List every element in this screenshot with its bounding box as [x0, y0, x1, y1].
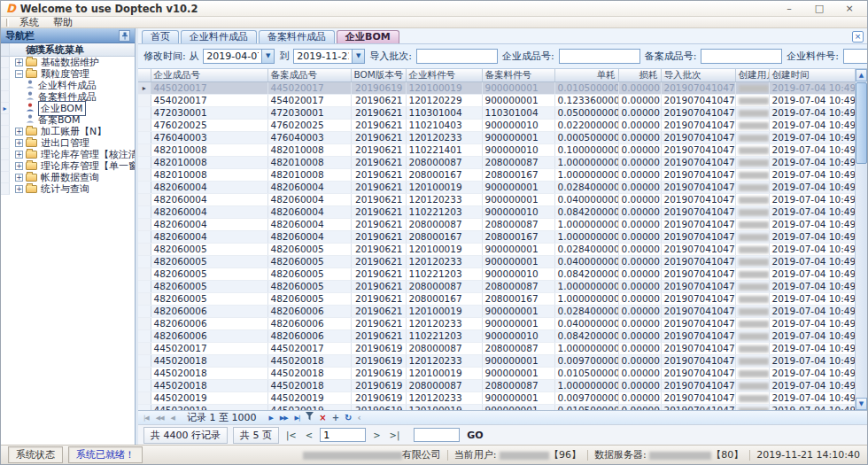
- first-page-button[interactable]: |<: [284, 430, 298, 440]
- column-header[interactable]: 单耗: [554, 69, 618, 82]
- table-row[interactable]: ▸445020017445020017201906191201000199000…: [138, 82, 856, 95]
- cell-3: 120120233: [406, 132, 482, 144]
- cell-9: 2019-07-04 10:49:05: [769, 380, 856, 392]
- tree-item-statistics-query[interactable]: +统计与查询: [1, 183, 135, 195]
- table-row[interactable]: 4820600054820600052019062111022120390000…: [138, 268, 856, 281]
- maximize-icon[interactable]: □: [812, 3, 826, 14]
- column-header[interactable]: 导入批次: [661, 69, 735, 82]
- table-row[interactable]: 4820100084820100082019062120800016720800…: [138, 169, 856, 182]
- menu-item-help[interactable]: 帮助: [46, 17, 80, 28]
- tree-root-label: 德璞系统菜单: [10, 43, 84, 56]
- minimize-icon[interactable]: –: [782, 3, 796, 14]
- column-header[interactable]: 备案成品号: [267, 69, 351, 82]
- clear-filter-icon[interactable]: ×: [318, 413, 327, 423]
- table-row[interactable]: 4450200194450200192019061912012023390000…: [138, 392, 856, 405]
- table-row[interactable]: 4450200184450200182019061912010001990000…: [138, 368, 856, 380]
- last-record-icon[interactable]: ▶|: [293, 415, 302, 422]
- table-row[interactable]: 4540200174540200172019062112012022990000…: [138, 95, 856, 107]
- table-row[interactable]: 4450200174450200172019061920800008720800…: [138, 343, 856, 355]
- expand-node-icon[interactable]: +: [15, 162, 23, 170]
- vertical-scrollbar[interactable]: ▲ ▼: [855, 69, 867, 410]
- table-row[interactable]: 4720300014720300012019062111030100411030…: [138, 107, 856, 120]
- cell-1: 476040003: [267, 132, 351, 144]
- table-row[interactable]: 4820600044820600042019062112010001990000…: [138, 182, 856, 194]
- next-page-button[interactable]: >: [371, 430, 382, 440]
- table-row[interactable]: 4450200184450200182019061920800008720800…: [138, 380, 856, 392]
- cell-3: 208000087: [406, 343, 482, 355]
- fit-columns-icon[interactable]: +: [331, 413, 340, 423]
- expand-node-icon[interactable]: +: [15, 128, 23, 136]
- expand-node-icon[interactable]: +: [15, 174, 23, 182]
- scrollbar-thumb[interactable]: [856, 82, 867, 164]
- pin-icon[interactable]: [119, 30, 130, 42]
- cell-5: 0.040000000: [554, 256, 618, 268]
- refresh-icon[interactable]: ↻: [344, 413, 353, 423]
- close-icon[interactable]: ×: [842, 3, 856, 14]
- goto-page-input[interactable]: [414, 428, 460, 442]
- table-row[interactable]: 4820600054820600052019062120800016720800…: [138, 293, 856, 306]
- collapse-node-icon[interactable]: −: [15, 70, 23, 78]
- table-row[interactable]: 4760400034760400032019062112012023390000…: [138, 132, 856, 144]
- table-row[interactable]: 4820600044820600042019062120800008720800…: [138, 219, 856, 231]
- next-record-icon[interactable]: ▶: [267, 415, 274, 422]
- cell-2: 20190621: [351, 256, 406, 268]
- tab-home[interactable]: 首页: [142, 30, 179, 43]
- column-header[interactable]: 创建时间: [769, 69, 856, 82]
- expand-node-icon[interactable]: +: [15, 58, 23, 66]
- table-row[interactable]: 4820100084820100082019062111022140190000…: [138, 144, 856, 157]
- menu-item-system[interactable]: 系统: [12, 17, 46, 28]
- filter-input-import-batch[interactable]: [416, 49, 498, 64]
- cell-2: 20190621: [351, 219, 406, 231]
- prev-record-icon[interactable]: ◀: [169, 415, 176, 422]
- redacted-user-value: [739, 283, 769, 291]
- scroll-down-icon[interactable]: ▼: [856, 398, 867, 410]
- cell-6: 0.00000: [618, 107, 661, 120]
- table-row[interactable]: 4820600044820600042019062120800016720800…: [138, 231, 856, 244]
- column-header[interactable]: 损耗: [618, 69, 661, 82]
- date-to-input[interactable]: [293, 49, 352, 64]
- last-page-button[interactable]: >|: [388, 430, 402, 440]
- table-row[interactable]: 4450200194450200192019061912010001990000…: [138, 405, 856, 411]
- prev-page-button[interactable]: <: [304, 430, 314, 440]
- filter-input-filed-product-no[interactable]: [701, 49, 782, 64]
- table-row[interactable]: 4820600054820600052019062120800008720800…: [138, 281, 856, 293]
- table-row[interactable]: 4820600044820600042019062111022120390000…: [138, 206, 856, 219]
- expand-node-icon[interactable]: +: [15, 185, 23, 193]
- filter-icon[interactable]: [305, 412, 314, 423]
- table-row[interactable]: 4760200254760200252019062111021040390000…: [138, 120, 856, 132]
- modified-time-label: 修改时间: 从: [143, 50, 198, 63]
- prev-page-records-icon[interactable]: ◀◀: [154, 415, 166, 422]
- page-number-input[interactable]: [320, 428, 366, 442]
- cell-1: 482060004: [267, 219, 351, 231]
- column-header[interactable]: 企业成品号: [151, 69, 267, 82]
- expand-node-icon[interactable]: +: [15, 151, 23, 159]
- table-row[interactable]: 4820100084820100082019062120800008720800…: [138, 157, 856, 169]
- tab-close-icon[interactable]: ×: [852, 31, 864, 43]
- date-from-dropdown-icon[interactable]: ▼: [261, 49, 275, 64]
- column-header[interactable]: 企业料件号: [406, 69, 482, 82]
- cell-8: [735, 330, 769, 343]
- filter-input-enterprise-part-no[interactable]: [843, 49, 867, 64]
- column-header[interactable]: BOM版本号: [351, 69, 406, 82]
- table-row[interactable]: 4820600064820600062019062112012023390000…: [138, 318, 856, 330]
- filter-input-enterprise-product-no[interactable]: [559, 49, 640, 64]
- table-row[interactable]: 4820600044820600042019062112012023390000…: [138, 194, 856, 206]
- tab-enterprise-bom[interactable]: 企业BOM: [337, 30, 399, 43]
- table-row[interactable]: 4450200184450200182019061912012023390000…: [138, 355, 856, 368]
- date-to-dropdown-icon[interactable]: ▼: [352, 49, 365, 64]
- scroll-up-icon[interactable]: ▲: [856, 69, 867, 81]
- tab-enterprise-parts-products[interactable]: 企业料件成品: [181, 30, 257, 43]
- first-record-icon[interactable]: |◀: [142, 415, 151, 422]
- table-row[interactable]: 4820600054820600052019062112010001990000…: [138, 244, 856, 256]
- tab-filed-parts-products[interactable]: 备案料件成品: [259, 30, 335, 43]
- expand-node-icon[interactable]: +: [15, 139, 23, 147]
- date-from-input[interactable]: [203, 49, 261, 64]
- table-row[interactable]: 4820600064820600062019062111022120390000…: [138, 330, 856, 343]
- go-button[interactable]: GO: [467, 430, 483, 441]
- table-row[interactable]: 4820600064820600062019062112010001990000…: [138, 306, 856, 318]
- table-row[interactable]: 4820600054820600052019062112012023390000…: [138, 256, 856, 268]
- next-page-records-icon[interactable]: ▶▶: [278, 415, 290, 422]
- collapse-icon[interactable]: ‹: [357, 413, 362, 423]
- column-header[interactable]: 备案料件号: [482, 69, 554, 82]
- column-header[interactable]: 创建用户: [735, 69, 769, 82]
